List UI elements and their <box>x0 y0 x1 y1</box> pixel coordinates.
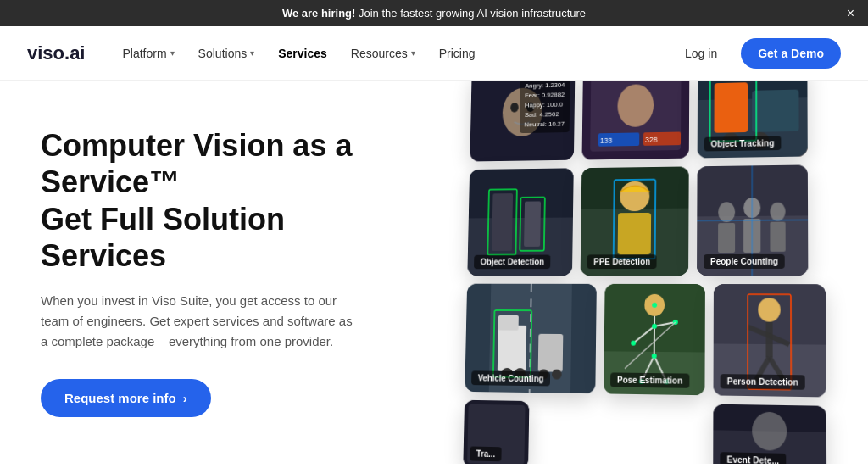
card-pose-estimation-label: Pose Estimation <box>610 372 689 387</box>
svg-point-68 <box>758 298 780 321</box>
card-vehicle-counting: Vehicle Counting <box>465 284 597 394</box>
card-people-counting-label: People Counting <box>704 254 785 269</box>
logo[interactable]: viso.ai <box>27 42 85 64</box>
svg-point-35 <box>770 203 785 221</box>
hero-content: Computer Vision as a Service™ Get Full S… <box>0 81 434 464</box>
card-event-detection: Event Dete... <box>713 404 826 464</box>
chevron-down-icon: ▾ <box>411 48 415 58</box>
chevron-down-icon: ▾ <box>250 48 254 58</box>
svg-rect-21 <box>524 201 541 246</box>
svg-rect-27 <box>618 213 652 254</box>
nav-item-services[interactable]: Services <box>268 40 337 67</box>
svg-text:133: 133 <box>600 136 613 145</box>
svg-rect-32 <box>718 223 735 253</box>
hero-title: Computer Vision as a Service™ Get Full S… <box>41 127 393 274</box>
card-object-tracking: Object Tracking <box>698 81 808 158</box>
svg-rect-43 <box>498 315 519 331</box>
chevron-down-icon: ▾ <box>170 48 175 58</box>
card-pose-estimation: Pose Estimation <box>604 284 705 395</box>
nav-item-solutions[interactable]: Solutions ▾ <box>188 40 265 67</box>
svg-rect-13 <box>715 82 748 132</box>
vision-cards-grid: Angry: 1.2304 Fear: 0.92882 Happy: 100.0… <box>463 81 868 464</box>
nav-links: Platform ▾ Solutions ▾ Services Resource… <box>112 40 671 67</box>
card-numbers: Angry: 1.2304 Fear: 0.92882 Happy: 100.0… <box>470 81 575 162</box>
card-ppe-detection-label: PPE Detection <box>587 254 657 269</box>
svg-point-60 <box>631 341 636 346</box>
top-banner: We are hiring! Join the fastest growing … <box>0 0 868 26</box>
nav-item-platform[interactable]: Platform ▾ <box>112 40 184 67</box>
svg-point-59 <box>652 324 657 329</box>
svg-text:328: 328 <box>645 136 658 144</box>
card-event-detection-label: Event Dete... <box>720 452 786 464</box>
svg-rect-46 <box>538 334 564 372</box>
hero-section: Computer Vision as a Service™ Get Full S… <box>0 81 868 464</box>
card-object-tracking-label: Object Tracking <box>704 136 782 151</box>
svg-rect-42 <box>498 326 526 372</box>
card-object-detection: Object Detection <box>467 168 573 276</box>
banner-close-button[interactable]: × <box>847 7 854 20</box>
banner-hiring: We are hiring! <box>282 7 355 20</box>
hero-subtitle: When you invest in Viso Suite, you get a… <box>41 291 363 352</box>
card-people-counting: People Counting <box>697 164 808 276</box>
navbar: viso.ai Platform ▾ Solutions ▾ Services … <box>0 26 868 81</box>
get-demo-button[interactable]: Get a Demo <box>741 38 841 69</box>
nav-right: Log in Get a Demo <box>671 38 841 69</box>
hero-visuals: Angry: 1.2304 Fear: 0.92882 Happy: 100.0… <box>434 81 868 464</box>
nav-item-pricing[interactable]: Pricing <box>429 40 486 67</box>
card-vehicle-counting-label: Vehicle Counting <box>471 370 550 386</box>
svg-rect-20 <box>492 193 513 251</box>
cta-label: Request more info <box>64 391 176 405</box>
card-ppe-detection: PPE Detection <box>581 166 689 276</box>
banner-desc: Join the fastest growing AI vision infra… <box>359 7 586 20</box>
svg-point-58 <box>652 303 657 308</box>
cta-request-button[interactable]: Request more info › <box>41 379 211 417</box>
card-person-detection: Person Detection <box>714 284 826 397</box>
emotion-values: Angry: 1.2304 Fear: 0.92882 Happy: 100.0… <box>520 81 570 133</box>
svg-rect-36 <box>770 222 785 252</box>
card-tracking-partial: Tra... <box>463 400 529 464</box>
cta-arrow-icon: › <box>183 391 187 405</box>
card-emotion-detect: 133 328 <box>581 81 689 160</box>
card-person-detection-label: Person Detection <box>721 374 805 390</box>
login-button[interactable]: Log in <box>671 40 731 67</box>
card-tracking-partial-label: Tra... <box>470 446 502 461</box>
card-object-detection-label: Object Detection <box>474 255 551 270</box>
banner-text: We are hiring! Join the fastest growing … <box>282 7 586 20</box>
nav-item-resources[interactable]: Resources ▾ <box>341 40 426 67</box>
svg-rect-14 <box>752 90 798 132</box>
